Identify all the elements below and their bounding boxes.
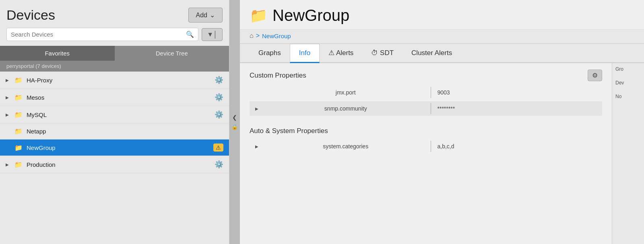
right-side-label-3: No xyxy=(615,94,641,99)
property-row: ▶ jmx.port 9003 xyxy=(250,85,602,100)
sidebar-header: Devices Add ⌄ xyxy=(0,0,229,28)
warning-icon: ⚠ xyxy=(213,144,223,152)
device-name: Netapp xyxy=(27,128,223,135)
settings-icon: ⚙️ xyxy=(215,110,223,119)
custom-properties-section: Custom Properties ⚙ ▶ jmx.port 9003 ▶ sn… xyxy=(240,63,612,121)
breadcrumb-link[interactable]: NewGroup xyxy=(262,33,291,39)
auto-properties-section: Auto & System Properties ▶ system.catego… xyxy=(240,121,612,158)
list-item[interactable]: ▶ 📁 Production ⚙️ xyxy=(0,156,229,173)
list-item-newgroup[interactable]: ▶ 📁 NewGroup ⚠ xyxy=(0,139,229,156)
filter-button[interactable]: ▼│ xyxy=(202,28,223,41)
device-name: Mesos xyxy=(27,94,212,101)
expand-arrow-icon: ▶ xyxy=(6,78,10,82)
prop-value: ******** xyxy=(433,101,603,116)
property-row: ▶ snmp.community ******** xyxy=(250,101,602,116)
search-input-wrap: 🔍 xyxy=(6,28,198,41)
folder-icon: 📁 xyxy=(14,127,23,135)
expand-arrow-icon: ▶ xyxy=(6,113,10,117)
chevron-left-icon: ❮ xyxy=(232,114,237,121)
device-name: Production xyxy=(27,161,212,168)
settings-icon: ⚙️ xyxy=(215,76,223,84)
right-side-label-1: Gro xyxy=(615,66,641,72)
chevron-down-icon: ⌄ xyxy=(210,11,215,19)
list-item[interactable]: ▶ 📁 MySQL ⚙️ xyxy=(0,106,229,123)
list-item[interactable]: ▶ 📁 HA-Proxy ⚙️ xyxy=(0,72,229,89)
home-icon[interactable]: ⌂ xyxy=(250,32,254,39)
tab-device-tree[interactable]: Device Tree xyxy=(115,46,229,61)
device-name: HA-Proxy xyxy=(27,77,212,84)
sidebar: Devices Add ⌄ 🔍 ▼│ Favorites Device Tree… xyxy=(0,0,229,244)
folder-icon: 📁 xyxy=(14,94,23,101)
tab-cluster-alerts[interactable]: Cluster Alerts xyxy=(402,44,461,63)
breadcrumb: ⌂ > NewGroup xyxy=(240,30,644,44)
tab-info[interactable]: Info xyxy=(290,44,320,63)
group-label: perrysportal (7 devices) xyxy=(0,61,229,72)
sidebar-title: Devices xyxy=(6,7,55,23)
custom-properties-title: Custom Properties xyxy=(250,72,306,80)
auto-properties-header: Auto & System Properties xyxy=(250,127,602,135)
folder-icon: 📁 xyxy=(14,161,23,168)
search-button[interactable]: 🔍 xyxy=(186,31,194,38)
prop-value: a,b,c,d xyxy=(433,139,603,154)
main-header: 📁 NewGroup xyxy=(240,0,644,30)
prop-divider xyxy=(431,87,431,98)
settings-icon: ⚙️ xyxy=(215,160,223,169)
device-list: ▶ 📁 HA-Proxy ⚙️ ▶ 📁 Mesos ⚙️ ▶ 📁 MySQL ⚙… xyxy=(0,72,229,244)
prop-key: jmx.port xyxy=(262,85,429,100)
right-side-panel: Gro Dev No xyxy=(612,63,644,244)
lock-icon: 🔒 xyxy=(231,124,238,130)
filter-icon: ▼│ xyxy=(207,31,217,38)
prop-value: 9003 xyxy=(433,85,603,100)
property-row: ▶ system.categories a,b,c,d xyxy=(250,139,602,154)
device-name: NewGroup xyxy=(27,144,211,151)
gear-button[interactable]: ⚙ xyxy=(588,70,602,81)
prop-expand-icon[interactable]: ▶ xyxy=(250,140,262,153)
prop-divider xyxy=(431,103,431,114)
main-area: Custom Properties ⚙ ▶ jmx.port 9003 ▶ sn… xyxy=(240,63,644,244)
main-tabs: Graphs Info ⚠ Alerts ⏱ SDT Cluster Alert… xyxy=(240,44,644,63)
prop-key: system.categories xyxy=(262,139,429,154)
page-title: NewGroup xyxy=(272,6,349,25)
main-inner: Custom Properties ⚙ ▶ jmx.port 9003 ▶ sn… xyxy=(240,63,612,244)
device-name: MySQL xyxy=(27,111,212,118)
expand-arrow-icon: ▶ xyxy=(6,95,10,100)
prop-divider xyxy=(431,141,431,152)
tab-favorites[interactable]: Favorites xyxy=(0,46,115,61)
folder-icon: 📁 xyxy=(14,111,23,119)
collapse-sidebar-button[interactable]: ❮ 🔒 xyxy=(229,0,240,244)
folder-icon: 📁 xyxy=(14,76,23,84)
right-side-label-2: Dev xyxy=(615,80,641,86)
folder-icon: 📁 xyxy=(14,144,23,152)
prop-key: snmp.community xyxy=(262,101,429,116)
add-button[interactable]: Add ⌄ xyxy=(188,8,223,23)
main-panel: 📁 NewGroup ⌂ > NewGroup Graphs Info ⚠ Al… xyxy=(240,0,644,244)
tab-sdt[interactable]: ⏱ SDT xyxy=(362,44,402,63)
custom-properties-header: Custom Properties ⚙ xyxy=(250,70,602,81)
auto-properties-title: Auto & System Properties xyxy=(250,127,328,135)
prop-expand-icon[interactable]: ▶ xyxy=(250,103,262,115)
main-folder-icon: 📁 xyxy=(250,7,268,24)
search-row: 🔍 ▼│ xyxy=(0,28,229,46)
tab-alerts[interactable]: ⚠ Alerts xyxy=(320,44,362,63)
expand-arrow-icon: ▶ xyxy=(6,162,10,167)
add-label: Add xyxy=(196,12,207,19)
list-item[interactable]: ▶ 📁 Netapp xyxy=(0,123,229,139)
settings-icon: ⚙️ xyxy=(215,93,223,102)
list-item[interactable]: ▶ 📁 Mesos ⚙️ xyxy=(0,89,229,106)
tab-graphs[interactable]: Graphs xyxy=(250,44,290,63)
search-input[interactable] xyxy=(11,31,186,38)
breadcrumb-separator: > xyxy=(256,32,260,39)
sidebar-tabs: Favorites Device Tree xyxy=(0,46,229,61)
